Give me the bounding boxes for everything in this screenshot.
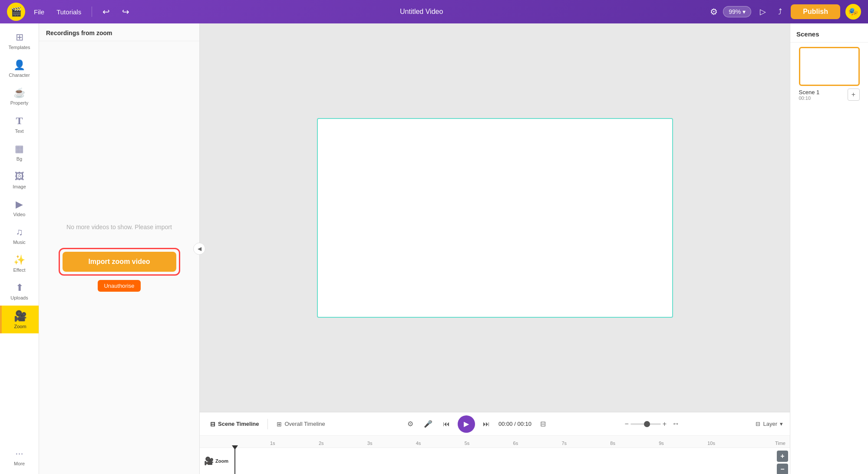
logo-icon: 🎬 <box>11 7 22 17</box>
sidebar-item-image[interactable]: 🖼 Image <box>0 167 39 194</box>
no-videos-message: No more videos to show. Please import <box>66 224 172 230</box>
total-time: 00:10 <box>517 421 531 427</box>
mic-button[interactable]: 🎤 <box>421 418 435 430</box>
import-btn-wrapper: Import zoom video <box>59 248 180 276</box>
ruler-mark-6s: 6s <box>512 441 561 446</box>
ruler-mark-1s: 1s <box>269 441 318 446</box>
scene-item-1[interactable]: Scene 1 00:10 + <box>795 47 864 101</box>
overall-timeline-icon: ⊞ <box>277 421 282 428</box>
sidebar-label-character: Character <box>9 72 30 78</box>
scene-label-1: Scene 1 <box>799 89 820 95</box>
sidebar-label-templates: Templates <box>8 45 30 50</box>
left-sidebar: ⊞ Templates 👤 Character ☕ Property T Tex… <box>0 23 39 474</box>
timeline-zoom-row: − + <box>624 420 667 428</box>
expand-icon[interactable]: ↔ <box>672 419 680 428</box>
sidebar-label-zoom: Zoom <box>14 324 26 329</box>
scene-canvas[interactable] <box>317 118 673 318</box>
music-icon: ♫ <box>16 227 23 238</box>
share-button[interactable]: ⤴ <box>775 6 785 18</box>
sidebar-item-character[interactable]: 👤 Character <box>0 55 39 82</box>
time-display: 00:00 / 00:10 <box>498 421 532 427</box>
sidebar-label-image: Image <box>13 184 26 189</box>
uploads-icon: ⬆ <box>16 282 23 293</box>
templates-icon: ⊞ <box>16 32 23 43</box>
tutorials-menu[interactable]: Tutorials <box>53 7 85 17</box>
zoom-indicator[interactable]: 99% ▾ <box>723 6 751 17</box>
publish-button[interactable]: Publish <box>791 4 840 19</box>
sidebar-item-more[interactable]: ··· More <box>0 444 39 471</box>
sidebar-item-effect[interactable]: ✨ Effect <box>0 250 39 277</box>
layer-label: Layer <box>763 421 777 427</box>
zoom-icon: 🎥 <box>14 310 27 322</box>
sidebar-item-zoom[interactable]: 🎥 Zoom <box>0 306 39 333</box>
sidebar-item-text[interactable]: T Text <box>0 111 39 138</box>
sidebar-label-text: Text <box>15 128 23 134</box>
ruler-mark-9s: 9s <box>658 441 706 446</box>
bg-icon: ▦ <box>15 143 24 155</box>
scenes-list: Scene 1 00:10 + <box>790 43 868 474</box>
zoom-slider[interactable] <box>630 423 661 425</box>
more-icon: ··· <box>15 448 23 459</box>
play-button[interactable]: ▶ <box>458 415 475 433</box>
preview-button[interactable]: ▷ <box>756 5 769 18</box>
scene-info-col: Scene 1 00:10 <box>799 89 820 101</box>
sidebar-label-music: Music <box>13 240 26 245</box>
track-zoom-text: Zoom <box>215 458 228 464</box>
ruler-time-label: Time <box>775 441 785 446</box>
scene-timeline-tab[interactable]: ⊟ Scene Timeline <box>207 419 262 429</box>
avatar-icon: 🎭 <box>848 7 858 16</box>
layer-icon: ⊟ <box>756 421 760 427</box>
zoom-plus-icon[interactable]: + <box>663 420 667 428</box>
sidebar-label-bg: Bg <box>17 156 22 161</box>
sidebar-label-effect: Effect <box>13 267 26 273</box>
ruler-mark-5s: 5s <box>464 441 512 446</box>
layer-button[interactable]: ⊟ Layer ▾ <box>756 421 783 427</box>
logo[interactable]: 🎬 <box>7 3 25 21</box>
current-time: 00:00 <box>498 421 513 427</box>
scenes-header: Scenes <box>790 23 868 43</box>
ruler-mark-0s <box>234 441 269 446</box>
panel-collapse-button[interactable]: ◀ <box>193 243 205 255</box>
scene-thumbnail-1[interactable] <box>799 47 860 86</box>
main-layout: ⊞ Templates 👤 Character ☕ Property T Tex… <box>0 23 868 474</box>
sidebar-label-more: More <box>14 461 25 466</box>
unauthorise-button[interactable]: Unauthorise <box>98 280 140 292</box>
sidebar-item-bg[interactable]: ▦ Bg <box>0 139 39 166</box>
avatar[interactable]: 🎭 <box>845 4 861 20</box>
project-settings-icon[interactable]: ⚙ <box>710 7 718 17</box>
ruler-mark-3s: 3s <box>366 441 415 446</box>
undo-button[interactable]: ↩ <box>99 5 113 19</box>
scene-settings-button[interactable]: ⚙ <box>405 418 416 430</box>
timeline-track-area: 🎥 Zoom + − <box>200 448 790 474</box>
chevron-down-icon: ▾ <box>743 8 746 15</box>
timeline-tab-separator <box>267 419 268 429</box>
topbar-right-actions: 99% ▾ ▷ ⤴ Publish 🎭 <box>723 4 861 20</box>
sidebar-item-uploads[interactable]: ⬆ Uploads <box>0 278 39 305</box>
skip-forward-button[interactable]: ⏭ <box>480 418 492 430</box>
track-add-remove-col: + − <box>775 448 790 474</box>
canvas-container <box>317 118 673 318</box>
skip-back-button[interactable]: ⏮ <box>440 418 452 430</box>
ruler-marks-container: 1s 2s 3s 4s 5s 6s 7s 8s 9s 10s <box>200 441 790 446</box>
playhead[interactable] <box>234 448 235 474</box>
project-title[interactable]: Untitled Video <box>138 8 705 16</box>
ruler-mark-10s: 10s <box>706 441 755 446</box>
sidebar-item-video[interactable]: ▶ Video <box>0 194 39 221</box>
redo-button[interactable]: ↪ <box>119 5 133 19</box>
topbar: 🎬 File Tutorials ↩ ↪ Untitled Video ⚙ 99… <box>0 0 868 23</box>
track-remove-button[interactable]: − <box>777 464 788 474</box>
add-scene-button[interactable]: + <box>848 89 860 101</box>
file-menu[interactable]: File <box>30 7 48 17</box>
ruler-mark-2s: 2s <box>318 441 366 446</box>
zoom-minus-icon[interactable]: − <box>624 420 628 428</box>
sidebar-item-property[interactable]: ☕ Property <box>0 83 39 110</box>
subtitle-button[interactable]: ⊟ <box>538 418 548 430</box>
sidebar-label-uploads: Uploads <box>10 295 28 300</box>
canvas-wrapper <box>200 23 790 412</box>
track-add-button[interactable]: + <box>777 451 788 462</box>
sidebar-item-templates[interactable]: ⊞ Templates <box>0 27 39 54</box>
timeline-controls: ⊟ Scene Timeline ⊞ Overall Timeline ⚙ 🎤 … <box>200 412 790 436</box>
overall-timeline-tab[interactable]: ⊞ Overall Timeline <box>273 419 328 429</box>
import-zoom-video-button[interactable]: Import zoom video <box>63 252 176 272</box>
sidebar-item-music[interactable]: ♫ Music <box>0 222 39 249</box>
